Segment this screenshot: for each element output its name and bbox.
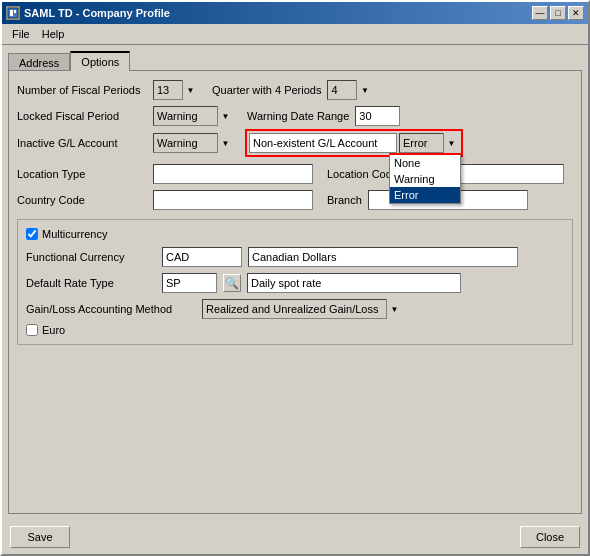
quarter-label: Quarter with 4 Periods (212, 84, 321, 96)
gain-loss-label: Gain/Loss Accounting Method (26, 303, 196, 315)
svg-rect-2 (14, 10, 16, 13)
functional-currency-name-input[interactable] (248, 247, 518, 267)
tabs: Address Options (8, 51, 582, 70)
locked-period-select-wrapper: Warning ▼ (153, 106, 233, 126)
quarter-select[interactable]: 4 (327, 80, 372, 100)
warning-date-input[interactable] (355, 106, 400, 126)
menu-bar: File Help (2, 24, 588, 45)
error-select-wrapper: Error ▼ (399, 133, 459, 153)
fiscal-periods-row: Number of Fiscal Periods 13 ▼ Quarter wi… (17, 79, 573, 101)
dropdown-item-none[interactable]: None (390, 155, 460, 171)
quarter-select-wrapper: 4 ▼ (327, 80, 372, 100)
gain-loss-select[interactable]: Realized and Unrealized Gain/Loss (202, 299, 402, 319)
maximize-button[interactable]: □ (550, 6, 566, 20)
functional-currency-code-input[interactable] (162, 247, 242, 267)
bottom-bar: Save Close (2, 520, 588, 554)
menu-file[interactable]: File (6, 26, 36, 42)
title-bar: SAML TD - Company Profile — □ ✕ (2, 2, 588, 24)
multicurrency-checkbox-row: Multicurrency (26, 228, 564, 240)
error-select[interactable]: Error (399, 133, 459, 153)
quarter-section: Quarter with 4 Periods 4 ▼ (212, 80, 372, 100)
multicurrency-label: Multicurrency (42, 228, 107, 240)
euro-label: Euro (42, 324, 65, 336)
fiscal-periods-select-wrapper: 13 ▼ (153, 80, 198, 100)
tab-options[interactable]: Options (70, 51, 130, 71)
inactive-gl-label: Inactive G/L Account (17, 137, 147, 149)
options-panel: Number of Fiscal Periods 13 ▼ Quarter wi… (8, 70, 582, 514)
nonexistent-gl-input[interactable] (249, 133, 397, 153)
close-title-button[interactable]: ✕ (568, 6, 584, 20)
error-dropdown-popup: None Warning Error (389, 153, 461, 204)
fiscal-periods-label: Number of Fiscal Periods (17, 84, 147, 96)
functional-currency-row: Functional Currency (26, 246, 564, 268)
gain-loss-select-wrapper: Realized and Unrealized Gain/Loss ▼ (202, 299, 402, 319)
warning-date-section: Warning Date Range (247, 106, 400, 126)
default-rate-type-label: Default Rate Type (26, 277, 156, 289)
fiscal-periods-select[interactable]: 13 (153, 80, 198, 100)
warning-date-label: Warning Date Range (247, 110, 349, 122)
locked-period-select[interactable]: Warning (153, 106, 233, 126)
minimize-button[interactable]: — (532, 6, 548, 20)
title-buttons: — □ ✕ (532, 6, 584, 20)
rate-type-search-button[interactable]: 🔍 (223, 274, 241, 292)
default-rate-type-row: Default Rate Type 🔍 (26, 272, 564, 294)
inactive-gl-select[interactable]: Warning (153, 133, 233, 153)
location-type-label: Location Type (17, 168, 147, 180)
rate-type-code-input[interactable] (162, 273, 217, 293)
country-code-row: Country Code Branch (17, 189, 573, 211)
form-grid: Number of Fiscal Periods 13 ▼ Quarter wi… (17, 79, 573, 211)
locked-period-label: Locked Fiscal Period (17, 110, 147, 122)
euro-checkbox[interactable] (26, 324, 38, 336)
save-button[interactable]: Save (10, 526, 70, 548)
multicurrency-checkbox[interactable] (26, 228, 38, 240)
rate-type-desc-input[interactable] (247, 273, 461, 293)
location-code-label: Location Code (327, 168, 398, 180)
title-bar-left: SAML TD - Company Profile (6, 6, 170, 20)
locked-period-row: Locked Fiscal Period Warning ▼ Warning D… (17, 105, 573, 127)
multicurrency-section: Multicurrency Functional Currency Defaul… (17, 219, 573, 345)
location-type-input[interactable] (153, 164, 313, 184)
nonexistent-group: Error ▼ None Warning Error (245, 129, 463, 157)
location-type-row: Location Type Location Code (17, 163, 573, 185)
close-button[interactable]: Close (520, 526, 580, 548)
app-icon (6, 6, 20, 20)
functional-currency-label: Functional Currency (26, 251, 156, 263)
menu-help[interactable]: Help (36, 26, 71, 42)
inactive-gl-select-wrapper: Warning ▼ (153, 133, 233, 153)
country-code-label: Country Code (17, 194, 147, 206)
main-window: SAML TD - Company Profile — □ ✕ File Hel… (0, 0, 590, 556)
content-area: Address Options Number of Fiscal Periods… (2, 45, 588, 520)
inactive-gl-row: Inactive G/L Account Warning ▼ Error (17, 131, 573, 155)
dropdown-item-error[interactable]: Error (390, 187, 460, 203)
branch-label: Branch (327, 194, 362, 206)
country-code-input[interactable] (153, 190, 313, 210)
svg-rect-1 (10, 10, 13, 16)
euro-checkbox-row: Euro (26, 324, 564, 336)
gain-loss-row: Gain/Loss Accounting Method Realized and… (26, 298, 564, 320)
window-title: SAML TD - Company Profile (24, 7, 170, 19)
dropdown-item-warning[interactable]: Warning (390, 171, 460, 187)
